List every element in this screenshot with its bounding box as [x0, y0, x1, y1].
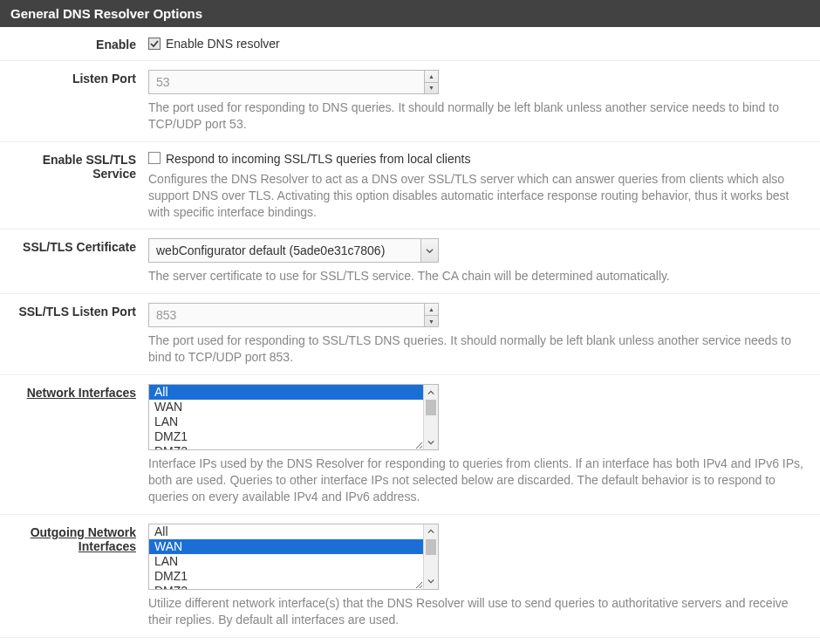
list-item[interactable]: WAN	[149, 400, 423, 414]
outgoing-interfaces-select[interactable]: AllWANLANDMZ1DMZ2	[149, 524, 423, 589]
list-item[interactable]: DMZ1	[149, 429, 423, 444]
listen-port-input-wrap: ▲▼	[148, 70, 439, 94]
ssl-listen-port-input-wrap: ▲▼	[148, 303, 439, 327]
network-interfaces-select[interactable]: AllWANLANDMZ1DMZ2	[149, 385, 423, 449]
row-network-interfaces: Network Interfaces AllWANLANDMZ1DMZ2 Int…	[0, 375, 820, 515]
ssl-listen-port-spinner[interactable]: ▲▼	[424, 304, 438, 326]
label-ssl-cert: SSL/TLS Certificate	[0, 238, 148, 284]
listen-port-help: The port used for responding to DNS quer…	[148, 99, 810, 133]
chevron-up-icon	[424, 524, 438, 539]
row-outgoing-interfaces: Outgoing Network Interfaces AllWANLANDMZ…	[0, 515, 820, 638]
enable-checkbox[interactable]	[148, 38, 161, 50]
scrollbar[interactable]	[423, 524, 438, 589]
ssl-service-help: Configures the DNS Resolver to act as a …	[148, 171, 810, 221]
label-network-interfaces: Network Interfaces	[0, 384, 148, 505]
row-ssl-listen-port: SSL/TLS Listen Port ▲▼ The port used for…	[0, 294, 820, 375]
list-item[interactable]: All	[149, 385, 423, 400]
ssl-cert-help: The server certificate to use for SSL/TL…	[148, 268, 810, 284]
chevron-up-icon	[424, 385, 438, 400]
panel-header: General DNS Resolver Options	[0, 0, 820, 27]
outgoing-interfaces-help: Utilize different network interface(s) t…	[148, 595, 810, 628]
list-item[interactable]: All	[149, 524, 423, 539]
list-item[interactable]: LAN	[149, 414, 423, 429]
row-ssl-service: Enable SSL/TLS Service Respond to incomi…	[0, 142, 820, 230]
list-item[interactable]: DMZ2	[149, 444, 423, 449]
label-ssl-listen-port: SSL/TLS Listen Port	[0, 303, 148, 366]
listen-port-spinner[interactable]: ▲▼	[424, 71, 438, 93]
ssl-cert-value: webConfigurator default (5ade0e31c7806)	[149, 239, 420, 262]
label-outgoing-interfaces: Outgoing Network Interfaces	[0, 524, 148, 628]
enable-checkbox-label: Enable DNS resolver	[166, 36, 280, 51]
label-enable: Enable	[0, 36, 148, 51]
scrollbar[interactable]	[423, 385, 438, 449]
ssl-cert-select[interactable]: webConfigurator default (5ade0e31c7806)	[148, 238, 439, 263]
ssl-listen-port-help: The port used for responding to SSL/TLS …	[148, 332, 810, 366]
ssl-service-checkbox[interactable]	[148, 152, 161, 164]
row-ssl-cert: SSL/TLS Certificate webConfigurator defa…	[0, 230, 820, 294]
chevron-down-icon	[420, 239, 438, 262]
listen-port-input[interactable]	[149, 71, 424, 93]
label-listen-port: Listen Port	[0, 70, 148, 133]
ssl-service-checkbox-label: Respond to incoming SSL/TLS queries from…	[166, 151, 470, 166]
list-item[interactable]: DMZ1	[149, 569, 423, 584]
list-item[interactable]: DMZ2	[149, 584, 423, 589]
list-item[interactable]: WAN	[149, 539, 423, 554]
network-interfaces-help: Interface IPs used by the DNS Resolver f…	[148, 456, 810, 505]
label-ssl-service: Enable SSL/TLS Service	[0, 151, 148, 221]
chevron-down-icon	[424, 435, 438, 449]
list-item[interactable]: LAN	[149, 554, 423, 569]
row-enable: Enable Enable DNS resolver	[0, 27, 820, 61]
ssl-listen-port-input[interactable]	[149, 304, 424, 326]
row-listen-port: Listen Port ▲▼ The port used for respond…	[0, 61, 820, 142]
chevron-down-icon	[424, 574, 438, 589]
